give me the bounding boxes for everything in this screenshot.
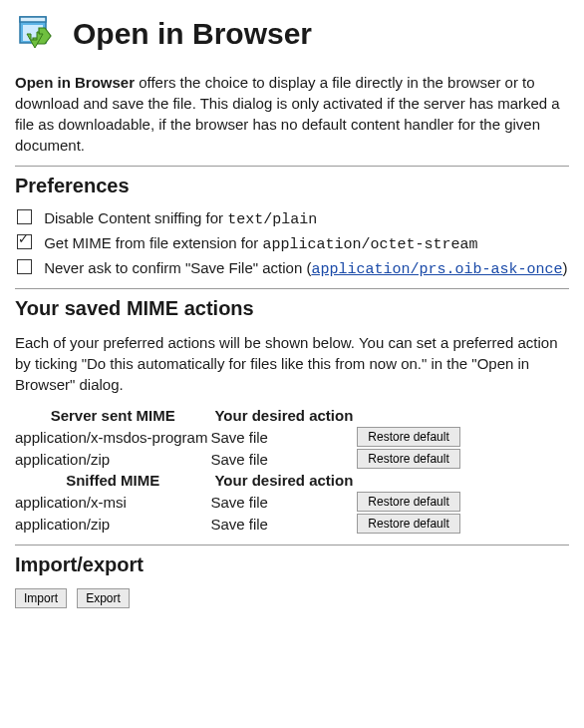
divider — [15, 545, 569, 546]
pref-code: text/plain — [227, 211, 317, 228]
saved-actions-heading: Your saved MIME actions — [15, 297, 569, 320]
pref-disable-sniffing[interactable]: Disable Content sniffing for text/plain — [15, 209, 569, 228]
table-row: application/zip Save file Restore defaul… — [15, 513, 463, 535]
table-row: application/zip Save file Restore defaul… — [15, 448, 463, 470]
pref-never-ask[interactable]: Never ask to confirm "Save File" action … — [15, 259, 569, 278]
col-server-mime: Server sent MIME — [15, 405, 210, 426]
svg-rect-1 — [20, 17, 46, 22]
action-cell: Save file — [210, 491, 357, 513]
restore-default-button[interactable]: Restore default — [357, 427, 459, 447]
preferences-heading: Preferences — [15, 175, 569, 197]
page-title: Open in Browser — [73, 17, 312, 51]
action-cell: Save file — [210, 513, 357, 535]
table-row: application/x-msdos-program Save file Re… — [15, 426, 463, 448]
divider — [15, 166, 569, 167]
mime-cell: application/zip — [15, 448, 210, 470]
import-export-row: Import Export — [15, 588, 569, 608]
pref-code: application/octet-stream — [262, 236, 477, 253]
restore-default-button[interactable]: Restore default — [357, 449, 459, 469]
import-button[interactable]: Import — [15, 588, 67, 608]
mime-link[interactable]: application/prs.oib-ask-once — [311, 261, 562, 278]
app-icon — [15, 14, 55, 54]
intro-paragraph: Open in Browser offers the choice to dis… — [15, 72, 569, 156]
checkbox-icon[interactable] — [17, 209, 32, 224]
col-desired-action: Your desired action — [210, 405, 357, 426]
col-desired-action-2: Your desired action — [210, 470, 357, 491]
mime-cell: application/x-msdos-program — [15, 426, 210, 448]
pref-label: Disable Content sniffing for — [44, 209, 227, 226]
page-header: Open in Browser — [15, 14, 569, 54]
col-sniffed-mime: Sniffed MIME — [15, 470, 210, 491]
saved-actions-desc: Each of your preferred actions will be s… — [15, 332, 569, 395]
server-mime-table: Server sent MIME Your desired action app… — [15, 405, 463, 535]
pref-label: Never ask to confirm "Save File" action … — [44, 259, 311, 276]
pref-get-mime-ext[interactable]: Get MIME from file extension for applica… — [15, 234, 569, 253]
pref-label: Get MIME from file extension for — [44, 234, 262, 251]
action-cell: Save file — [210, 448, 357, 470]
table-row: application/x-msi Save file Restore defa… — [15, 491, 463, 513]
pref-post: ) — [562, 259, 567, 276]
divider — [15, 288, 569, 289]
restore-default-button[interactable]: Restore default — [357, 514, 459, 534]
mime-cell: application/x-msi — [15, 491, 210, 513]
restore-default-button[interactable]: Restore default — [357, 492, 459, 512]
import-export-heading: Import/export — [15, 553, 569, 576]
checkbox-icon[interactable] — [17, 259, 32, 274]
mime-cell: application/zip — [15, 513, 210, 535]
intro-strong: Open in Browser — [15, 74, 135, 91]
action-cell: Save file — [210, 426, 357, 448]
export-button[interactable]: Export — [77, 588, 130, 608]
checkbox-icon[interactable] — [17, 234, 32, 249]
